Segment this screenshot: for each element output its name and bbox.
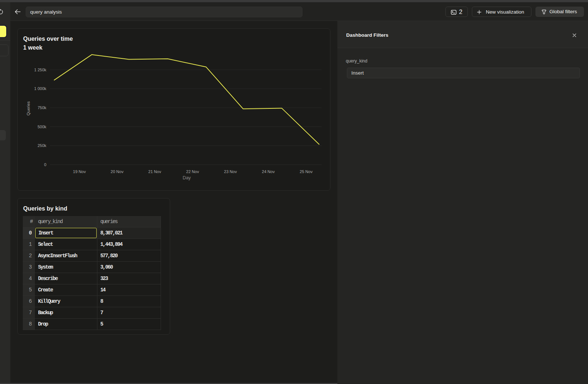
svg-text:24 Nov: 24 Nov xyxy=(262,169,275,174)
svg-text:23 Nov: 23 Nov xyxy=(224,169,237,174)
svg-text:25 Nov: 25 Nov xyxy=(300,169,313,174)
svg-text:0: 0 xyxy=(44,162,46,167)
svg-text:1 000k: 1 000k xyxy=(34,86,47,91)
svg-text:19 Nov: 19 Nov xyxy=(73,169,86,174)
svg-text:Day: Day xyxy=(183,175,191,180)
svg-text:20 Nov: 20 Nov xyxy=(111,169,123,174)
svg-text:750k: 750k xyxy=(37,105,46,110)
svg-text:1 250k: 1 250k xyxy=(34,68,47,72)
svg-text:22 Nov: 22 Nov xyxy=(186,169,199,174)
svg-text:500k: 500k xyxy=(37,125,46,129)
svg-text:21 Nov: 21 Nov xyxy=(148,169,161,174)
svg-text:250k: 250k xyxy=(37,143,46,148)
svg-text:Queries: Queries xyxy=(26,101,31,115)
